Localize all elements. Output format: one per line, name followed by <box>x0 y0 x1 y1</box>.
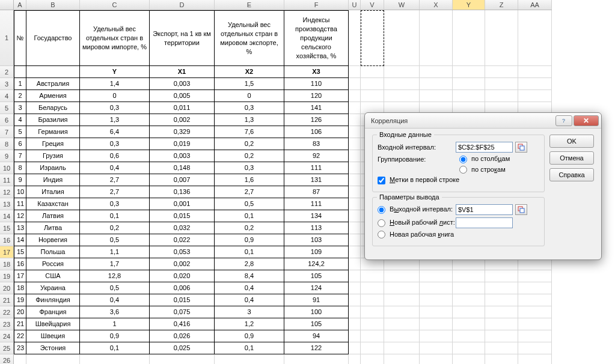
cell-D13[interactable]: 0,001 <box>150 198 215 210</box>
cell-W25[interactable] <box>384 342 420 354</box>
row-header-1[interactable]: 1 <box>0 10 14 66</box>
cell-E18[interactable]: 2,8 <box>215 258 284 270</box>
cell-F1[interactable]: Индексы производства продукции сельского… <box>284 10 349 66</box>
cell-Z1[interactable] <box>485 10 518 66</box>
row-header-5[interactable]: 5 <box>0 102 14 114</box>
cell-F19[interactable]: 105 <box>284 270 349 282</box>
cell-Z20[interactable] <box>485 282 518 294</box>
cell-E25[interactable]: 0,1 <box>215 342 284 354</box>
cell-A18[interactable]: 16 <box>14 258 26 270</box>
cell-B2[interactable] <box>26 66 80 78</box>
cell-E17[interactable]: 0,1 <box>215 246 284 258</box>
cell-Y26[interactable] <box>453 354 485 364</box>
column-header-Y[interactable]: Y <box>453 0 485 10</box>
row-header-12[interactable]: 12 <box>0 186 14 198</box>
cell-F13[interactable]: 111 <box>284 198 349 210</box>
cell-F9[interactable]: 92 <box>284 150 349 162</box>
cell-U10[interactable] <box>349 162 361 174</box>
cell-F10[interactable]: 111 <box>284 162 349 174</box>
cell-E23[interactable]: 1,2 <box>215 318 284 330</box>
cell-V1[interactable] <box>361 10 384 66</box>
cell-U15[interactable] <box>349 222 361 234</box>
row-header-23[interactable]: 23 <box>0 318 14 330</box>
cell-U14[interactable] <box>349 210 361 222</box>
cell-X21[interactable] <box>420 294 453 306</box>
cell-A26[interactable] <box>14 354 26 364</box>
cell-X22[interactable] <box>420 306 453 318</box>
cell-F11[interactable]: 131 <box>284 174 349 186</box>
cell-V4[interactable] <box>361 90 384 102</box>
cell-E5[interactable]: 0,3 <box>215 102 284 114</box>
select-all-corner[interactable] <box>0 0 14 10</box>
cell-W4[interactable] <box>384 90 420 102</box>
cell-X20[interactable] <box>420 282 453 294</box>
cell-AA20[interactable] <box>518 282 552 294</box>
cell-W2[interactable] <box>384 66 420 78</box>
cell-AA19[interactable] <box>518 270 552 282</box>
cell-F25[interactable]: 122 <box>284 342 349 354</box>
cell-U19[interactable] <box>349 270 361 282</box>
cell-D12[interactable]: 0,136 <box>150 186 215 198</box>
row-header-15[interactable]: 15 <box>0 222 14 234</box>
cell-F8[interactable]: 83 <box>284 138 349 150</box>
cell-E10[interactable]: 0,3 <box>215 162 284 174</box>
cell-X1[interactable] <box>420 10 453 66</box>
cell-B4[interactable]: Армения <box>26 90 80 102</box>
cell-C18[interactable]: 1,7 <box>80 258 150 270</box>
row-header-3[interactable]: 3 <box>0 78 14 90</box>
cell-F23[interactable]: 105 <box>284 318 349 330</box>
row-header-26[interactable]: 26 <box>0 354 14 364</box>
dialog-help-button[interactable]: ? <box>555 115 572 126</box>
cell-C8[interactable]: 0,3 <box>80 138 150 150</box>
cell-Z23[interactable] <box>485 318 518 330</box>
cell-E24[interactable]: 0,9 <box>215 330 284 342</box>
cell-A25[interactable]: 23 <box>14 342 26 354</box>
cell-B8[interactable]: Греция <box>26 138 80 150</box>
cell-B15[interactable]: Литва <box>26 222 80 234</box>
cell-B19[interactable]: США <box>26 270 80 282</box>
grouping-rows-option[interactable]: по строкам <box>459 166 506 173</box>
row-header-4[interactable]: 4 <box>0 90 14 102</box>
row-header-25[interactable]: 25 <box>0 342 14 354</box>
row-header-13[interactable]: 13 <box>0 198 14 210</box>
cell-B7[interactable]: Германия <box>26 126 80 138</box>
cell-X24[interactable] <box>420 330 453 342</box>
cell-E22[interactable]: 3 <box>215 306 284 318</box>
cell-A6[interactable]: 4 <box>14 114 26 126</box>
cell-AA1[interactable] <box>518 10 552 66</box>
cell-X2[interactable] <box>420 66 453 78</box>
cell-F15[interactable]: 113 <box>284 222 349 234</box>
cell-Y3[interactable] <box>453 78 485 90</box>
cell-A9[interactable]: 7 <box>14 150 26 162</box>
cell-A17[interactable]: 15 <box>14 246 26 258</box>
row-header-22[interactable]: 22 <box>0 306 14 318</box>
cell-D1[interactable]: Экспорт, на 1 кв км территории <box>150 10 215 66</box>
cell-C19[interactable]: 12,8 <box>80 270 150 282</box>
cell-W1[interactable] <box>384 10 420 66</box>
cell-E1[interactable]: Удельный вес отдельных стран в мировом э… <box>215 10 284 66</box>
cell-E3[interactable]: 1,5 <box>215 78 284 90</box>
cell-U21[interactable] <box>349 294 361 306</box>
cell-F16[interactable]: 103 <box>284 234 349 246</box>
cell-C14[interactable]: 0,1 <box>80 210 150 222</box>
cell-AA25[interactable] <box>518 342 552 354</box>
cell-V25[interactable] <box>361 342 384 354</box>
cell-U12[interactable] <box>349 186 361 198</box>
row-header-14[interactable]: 14 <box>0 210 14 222</box>
cell-A19[interactable]: 17 <box>14 270 26 282</box>
row-header-6[interactable]: 6 <box>0 114 14 126</box>
cell-D2[interactable]: X1 <box>150 66 215 78</box>
cell-U23[interactable] <box>349 318 361 330</box>
cell-F24[interactable]: 94 <box>284 330 349 342</box>
cell-A13[interactable]: 11 <box>14 198 26 210</box>
cell-B12[interactable]: Италия <box>26 186 80 198</box>
cell-A4[interactable]: 2 <box>14 90 26 102</box>
row-header-24[interactable]: 24 <box>0 330 14 342</box>
row-header-19[interactable]: 19 <box>0 270 14 282</box>
cell-U17[interactable] <box>349 246 361 258</box>
cell-X25[interactable] <box>420 342 453 354</box>
cell-D9[interactable]: 0,003 <box>150 150 215 162</box>
labels-first-row-checkbox[interactable]: Метки в первой строке <box>378 176 459 184</box>
cell-E13[interactable]: 0,5 <box>215 198 284 210</box>
cell-D15[interactable]: 0,032 <box>150 222 215 234</box>
